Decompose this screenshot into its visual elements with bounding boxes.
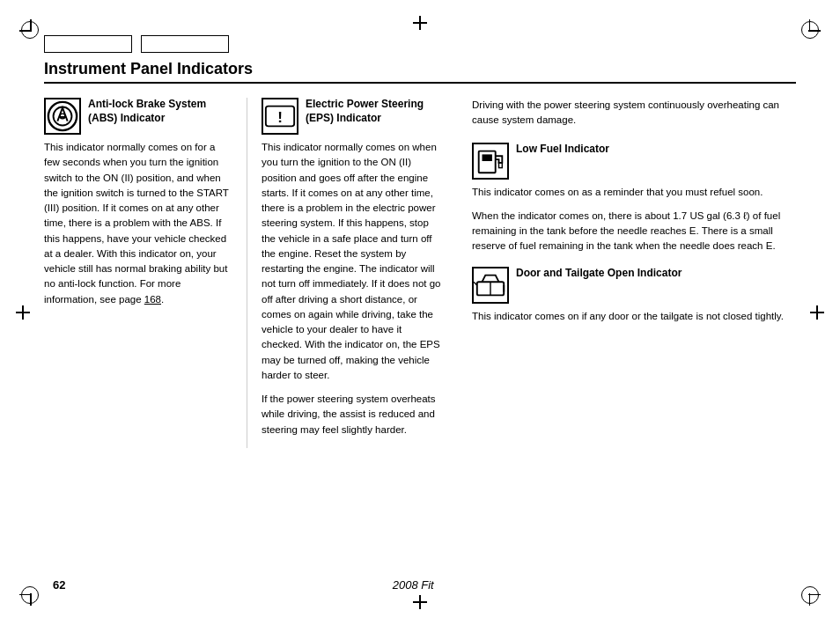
eps-title: Electric Power Steering (EPS) Indicator (306, 98, 444, 125)
top-rect-1 (44, 35, 132, 53)
eps-icon: ! (262, 98, 298, 135)
abs-page-link[interactable]: 168 (144, 294, 161, 305)
col-right: Driving with the power steering system c… (458, 98, 796, 448)
col-eps: ! Electric Power Steering (EPS) Indicato… (247, 98, 458, 448)
center-cross-left (16, 305, 30, 320)
low-fuel-body1: This indicator comes on as a reminder th… (472, 185, 796, 200)
abs-header: Anti-lock Brake System (ABS) Indicator (44, 98, 232, 135)
page-footer: 62 2008 Fit (0, 578, 840, 592)
low-fuel-section: Low Fuel Indicator This indicator comes … (472, 143, 796, 254)
door-tailgate-body: This indicator comes on if any door or t… (472, 309, 796, 324)
corner-mark-top-left (19, 19, 41, 40)
top-rect-2 (141, 35, 229, 53)
svg-rect-6 (479, 151, 496, 173)
page-number: 62 (53, 578, 65, 592)
center-cross-right (810, 305, 824, 320)
abs-icon (44, 98, 81, 135)
low-fuel-header: Low Fuel Indicator (472, 143, 796, 180)
low-fuel-body2: When the indicator comes on, there is ab… (472, 209, 796, 254)
col-abs: Anti-lock Brake System (ABS) Indicator T… (44, 98, 247, 448)
door-tailgate-header: Door and Tailgate Open Indicator (472, 267, 796, 304)
fuel-icon (472, 143, 509, 180)
eps-body3: Driving with the power steering system c… (472, 98, 796, 129)
content-area: Anti-lock Brake System (ABS) Indicator T… (44, 98, 796, 448)
abs-title: Anti-lock Brake System (ABS) Indicator (88, 98, 232, 125)
center-cross-top (413, 16, 427, 30)
door-tailgate-section: Door and Tailgate Open Indicator This in… (472, 267, 796, 324)
low-fuel-title: Low Fuel Indicator (516, 143, 609, 157)
center-cross-bottom (413, 595, 427, 609)
svg-text:!: ! (277, 109, 283, 126)
top-rectangles (44, 35, 796, 53)
door-tailgate-title: Door and Tailgate Open Indicator (516, 267, 682, 281)
abs-body: This indicator normally comes on for a f… (44, 140, 232, 307)
door-tailgate-icon (472, 267, 509, 304)
eps-section: ! Electric Power Steering (EPS) Indicato… (262, 98, 444, 438)
section-title: Instrument Panel Indicators (44, 60, 796, 84)
abs-section: Anti-lock Brake System (ABS) Indicator T… (44, 98, 232, 307)
footer-title: 2008 Fit (393, 578, 434, 592)
corner-mark-top-right (799, 19, 821, 40)
eps-header: ! Electric Power Steering (EPS) Indicato… (262, 98, 444, 135)
svg-rect-7 (483, 154, 492, 161)
page: Instrument Panel Indicators Anti- (0, 0, 840, 625)
eps-body2: If the power steering system overheats w… (262, 392, 444, 438)
eps-body1: This indicator normally comes on when yo… (262, 140, 444, 383)
